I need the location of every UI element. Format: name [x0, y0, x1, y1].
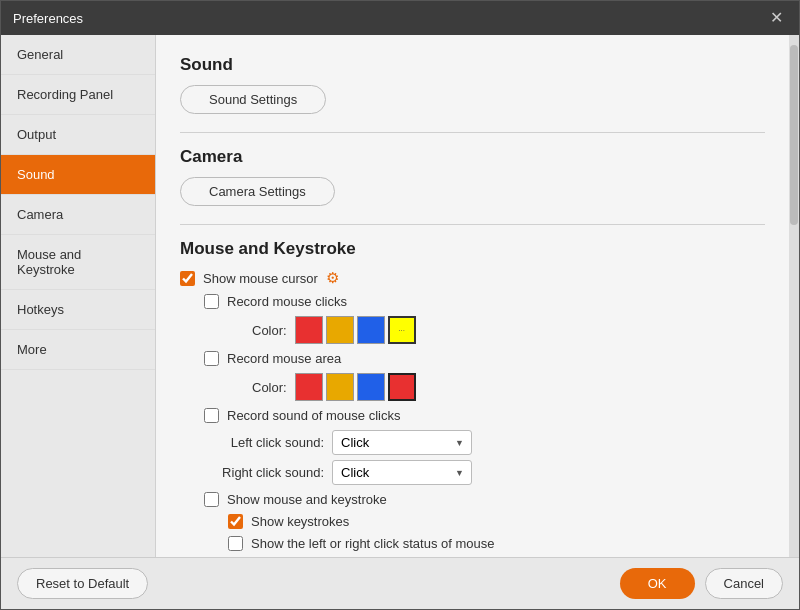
footer-right: OK Cancel: [620, 568, 783, 599]
sound-settings-button[interactable]: Sound Settings: [180, 85, 326, 114]
show-lr-click-label: Show the left or right click status of m…: [251, 536, 495, 551]
record-mouse-clicks-row: Record mouse clicks: [204, 294, 765, 309]
right-click-select-wrapper: Click: [332, 460, 472, 485]
sidebar: General Recording Panel Output Sound Cam…: [1, 35, 156, 557]
sidebar-item-general[interactable]: General: [1, 35, 155, 75]
sidebar-item-camera[interactable]: Camera: [1, 195, 155, 235]
left-click-select-wrapper: Click: [332, 430, 472, 455]
left-click-select[interactable]: Click: [332, 430, 472, 455]
color-swatch-red-area[interactable]: [295, 373, 323, 401]
mouse-area-color-row: Color:: [252, 373, 765, 401]
reset-to-default-button[interactable]: Reset to Default: [17, 568, 148, 599]
mouse-keystroke-section-title: Mouse and Keystroke: [180, 239, 765, 259]
color-swatch-orange-clicks[interactable]: [326, 316, 354, 344]
record-sound-label: Record sound of mouse clicks: [227, 408, 400, 423]
main-content: General Recording Panel Output Sound Cam…: [1, 35, 799, 557]
record-mouse-area-row: Record mouse area: [204, 351, 765, 366]
left-click-sound-label: Left click sound:: [204, 435, 324, 450]
record-sound-row: Record sound of mouse clicks: [204, 408, 765, 423]
mouse-clicks-color-label: Color:: [252, 323, 287, 338]
right-click-select[interactable]: Click: [332, 460, 472, 485]
sidebar-item-more[interactable]: More: [1, 330, 155, 370]
color-swatch-orange-area[interactable]: [326, 373, 354, 401]
right-click-sound-label: Right click sound:: [204, 465, 324, 480]
close-button[interactable]: ✕: [766, 8, 787, 28]
show-mouse-cursor-label: Show mouse cursor: [203, 271, 318, 286]
color-swatch-red-clicks[interactable]: [295, 316, 323, 344]
show-mouse-cursor-row: Show mouse cursor ⚙: [180, 269, 765, 287]
show-mouse-keystroke-checkbox[interactable]: [204, 492, 219, 507]
record-mouse-area-checkbox[interactable]: [204, 351, 219, 366]
record-mouse-clicks-label: Record mouse clicks: [227, 294, 347, 309]
color-swatch-blue-clicks[interactable]: [357, 316, 385, 344]
color-swatch-blue-area[interactable]: [357, 373, 385, 401]
show-lr-click-row: Show the left or right click status of m…: [228, 536, 765, 551]
footer: Reset to Default OK Cancel: [1, 557, 799, 609]
color-swatch-red-selected-area[interactable]: [388, 373, 416, 401]
record-mouse-clicks-checkbox[interactable]: [204, 294, 219, 309]
show-mouse-cursor-checkbox[interactable]: [180, 271, 195, 286]
left-click-sound-row: Left click sound: Click: [204, 430, 765, 455]
ok-button[interactable]: OK: [620, 568, 695, 599]
camera-section-title: Camera: [180, 147, 765, 167]
show-keystrokes-row: Show keystrokes: [228, 514, 765, 529]
show-mouse-keystroke-label: Show mouse and keystroke: [227, 492, 387, 507]
scrollbar-track[interactable]: [789, 35, 799, 557]
content-area: Sound Sound Settings Camera Camera Setti…: [156, 35, 789, 557]
sound-section-title: Sound: [180, 55, 765, 75]
right-click-sound-row: Right click sound: Click: [204, 460, 765, 485]
gear-icon[interactable]: ⚙: [326, 269, 339, 287]
color-swatch-yellow-clicks[interactable]: ···: [388, 316, 416, 344]
show-mouse-keystroke-row: Show mouse and keystroke: [204, 492, 765, 507]
cancel-button[interactable]: Cancel: [705, 568, 783, 599]
sidebar-item-mouse-keystroke[interactable]: Mouse and Keystroke: [1, 235, 155, 290]
show-lr-click-checkbox[interactable]: [228, 536, 243, 551]
record-mouse-area-label: Record mouse area: [227, 351, 341, 366]
sidebar-item-sound[interactable]: Sound: [1, 155, 155, 195]
scrollbar-thumb[interactable]: [790, 45, 798, 225]
sidebar-item-hotkeys[interactable]: Hotkeys: [1, 290, 155, 330]
show-keystrokes-label: Show keystrokes: [251, 514, 349, 529]
camera-settings-button[interactable]: Camera Settings: [180, 177, 335, 206]
titlebar: Preferences ✕: [1, 1, 799, 35]
mouse-area-color-label: Color:: [252, 380, 287, 395]
sidebar-item-recording-panel[interactable]: Recording Panel: [1, 75, 155, 115]
sidebar-item-output[interactable]: Output: [1, 115, 155, 155]
record-sound-checkbox[interactable]: [204, 408, 219, 423]
dialog-title: Preferences: [13, 11, 83, 26]
mouse-clicks-color-row: Color: ···: [252, 316, 765, 344]
preferences-dialog: Preferences ✕ General Recording Panel Ou…: [0, 0, 800, 610]
show-keystrokes-checkbox[interactable]: [228, 514, 243, 529]
